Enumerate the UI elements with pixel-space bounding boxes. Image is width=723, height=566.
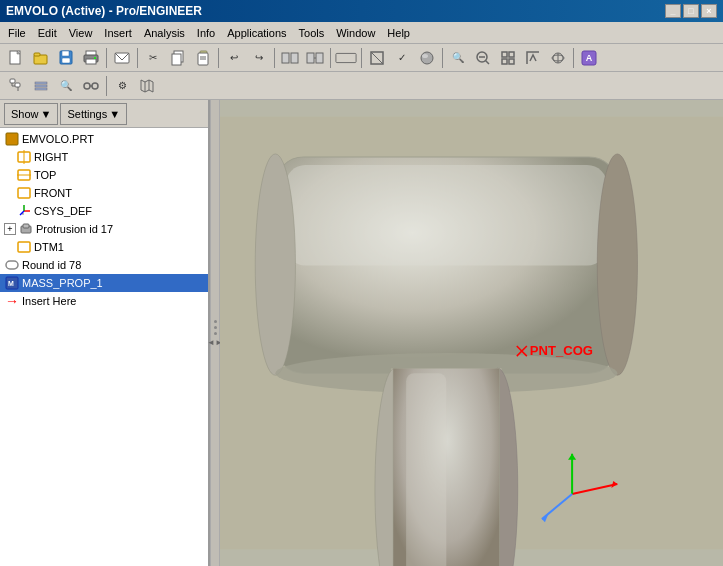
menu-window[interactable]: Window bbox=[330, 25, 381, 41]
layer-btn[interactable] bbox=[29, 75, 53, 97]
svg-rect-66 bbox=[18, 242, 30, 252]
menu-view[interactable]: View bbox=[63, 25, 99, 41]
tree-label-round: Round id 78 bbox=[22, 259, 81, 271]
svg-rect-6 bbox=[62, 58, 70, 63]
tree-item-dtm1[interactable]: DTM1 bbox=[0, 238, 208, 256]
maximize-button[interactable]: □ bbox=[683, 4, 699, 18]
menu-analysis[interactable]: Analysis bbox=[138, 25, 191, 41]
wireframe-btn[interactable] bbox=[365, 47, 389, 69]
tree-label-emvolo: EMVOLO.PRT bbox=[22, 133, 94, 145]
svg-rect-80 bbox=[406, 373, 446, 566]
svg-rect-22 bbox=[316, 53, 323, 63]
svg-rect-72 bbox=[285, 165, 607, 266]
csys-icon: * bbox=[16, 203, 32, 219]
relations-btn[interactable] bbox=[79, 75, 103, 97]
svg-rect-23 bbox=[336, 53, 356, 62]
cut-button[interactable]: ✂ bbox=[141, 47, 165, 69]
menu-file[interactable]: File bbox=[2, 25, 32, 41]
tree-label-csys: CSYS_DEF bbox=[34, 205, 92, 217]
settings-button[interactable]: Settings ▼ bbox=[60, 103, 127, 125]
svg-rect-5 bbox=[62, 51, 69, 56]
shading-btn[interactable] bbox=[415, 47, 439, 69]
tree-item-round[interactable]: Round id 78 bbox=[0, 256, 208, 274]
print-button[interactable] bbox=[79, 47, 103, 69]
undo-button[interactable]: ↩ bbox=[222, 47, 246, 69]
zoom-in-btn[interactable]: 🔍 bbox=[446, 47, 470, 69]
protrusion-expand[interactable]: + bbox=[4, 223, 16, 235]
svg-text:*: * bbox=[22, 212, 24, 218]
redo-button[interactable]: ↪ bbox=[247, 47, 271, 69]
svg-point-74 bbox=[597, 154, 637, 375]
toolbar-sep1 bbox=[106, 48, 107, 68]
svg-rect-54 bbox=[6, 133, 18, 145]
mass-prop-icon: M bbox=[4, 275, 20, 291]
orient-btn[interactable] bbox=[546, 47, 570, 69]
svg-rect-19 bbox=[291, 53, 298, 63]
map-btn[interactable] bbox=[135, 75, 159, 97]
tree-item-top[interactable]: TOP bbox=[0, 166, 208, 184]
menu-bar: File Edit View Insert Analysis Info Appl… bbox=[0, 22, 723, 44]
toolbar-sep8 bbox=[573, 48, 574, 68]
tree-label-front: FRONT bbox=[34, 187, 72, 199]
save-button[interactable] bbox=[54, 47, 78, 69]
close-button[interactable]: × bbox=[701, 4, 717, 18]
feature-btn1[interactable] bbox=[278, 47, 302, 69]
svg-text:PNT_COG: PNT_COG bbox=[530, 343, 593, 358]
tree-item-emvolo[interactable]: EMVOLO.PRT bbox=[0, 130, 208, 148]
toolbar2-sep1 bbox=[106, 76, 107, 96]
tree-btn[interactable] bbox=[4, 75, 28, 97]
feature-btn2[interactable] bbox=[303, 47, 327, 69]
tree-item-mass-prop[interactable]: M MASS_PROP_1 bbox=[0, 274, 208, 292]
svg-rect-47 bbox=[35, 88, 47, 90]
svg-rect-9 bbox=[86, 59, 96, 64]
toolbar-row2: 🔍 ⚙ bbox=[0, 72, 723, 100]
hidden-line-btn[interactable]: ✓ bbox=[390, 47, 414, 69]
open-button[interactable] bbox=[29, 47, 53, 69]
email-button[interactable] bbox=[110, 47, 134, 69]
search-btn[interactable]: 🔍 bbox=[54, 75, 78, 97]
model-tree: EMVOLO.PRT RIGHT TOP FRONT bbox=[0, 128, 208, 566]
tree-item-protrusion[interactable]: + Protrusion id 17 bbox=[0, 220, 208, 238]
svg-rect-34 bbox=[509, 59, 514, 64]
svg-rect-13 bbox=[172, 54, 181, 65]
tree-item-insert[interactable]: → Insert Here bbox=[0, 292, 208, 310]
param-btn[interactable]: ⚙ bbox=[110, 75, 134, 97]
menu-help[interactable]: Help bbox=[381, 25, 416, 41]
svg-rect-31 bbox=[502, 52, 507, 57]
toolbar-sep2 bbox=[137, 48, 138, 68]
zoom-out-btn[interactable] bbox=[471, 47, 495, 69]
resize-handle[interactable]: ◄► bbox=[210, 100, 220, 566]
main-area: Show ▼ Settings ▼ EMVOLO.PRT R bbox=[0, 100, 723, 566]
menu-info[interactable]: Info bbox=[191, 25, 221, 41]
left-toolbar: Show ▼ Settings ▼ bbox=[0, 100, 208, 128]
tree-label-mass-prop: MASS_PROP_1 bbox=[22, 277, 103, 289]
fit-btn[interactable] bbox=[496, 47, 520, 69]
tree-item-csys[interactable]: * CSYS_DEF bbox=[0, 202, 208, 220]
menu-edit[interactable]: Edit bbox=[32, 25, 63, 41]
left-panel: Show ▼ Settings ▼ EMVOLO.PRT R bbox=[0, 100, 210, 566]
extra-btn1[interactable]: A bbox=[577, 47, 601, 69]
protrusion-icon bbox=[18, 221, 34, 237]
svg-rect-32 bbox=[509, 52, 514, 57]
paste-button[interactable] bbox=[191, 47, 215, 69]
new-button[interactable] bbox=[4, 47, 28, 69]
svg-rect-46 bbox=[35, 85, 47, 87]
svg-point-27 bbox=[422, 54, 428, 58]
show-button[interactable]: Show ▼ bbox=[4, 103, 58, 125]
svg-line-29 bbox=[486, 60, 490, 64]
repaint-btn[interactable] bbox=[521, 47, 545, 69]
menu-tools[interactable]: Tools bbox=[293, 25, 331, 41]
view-display-btn[interactable] bbox=[334, 47, 358, 69]
copy-button[interactable] bbox=[166, 47, 190, 69]
tree-item-front[interactable]: FRONT bbox=[0, 184, 208, 202]
title-bar: EMVOLO (Active) - Pro/ENGINEER _ □ × bbox=[0, 0, 723, 22]
3d-viewport[interactable]: PNT_COG bbox=[220, 100, 723, 566]
menu-applications[interactable]: Applications bbox=[221, 25, 292, 41]
svg-line-25 bbox=[371, 52, 383, 64]
minimize-button[interactable]: _ bbox=[665, 4, 681, 18]
svg-rect-67 bbox=[6, 261, 18, 269]
title-bar-controls: _ □ × bbox=[665, 4, 717, 18]
menu-insert[interactable]: Insert bbox=[98, 25, 138, 41]
toolbar-sep4 bbox=[274, 48, 275, 68]
tree-item-right[interactable]: RIGHT bbox=[0, 148, 208, 166]
